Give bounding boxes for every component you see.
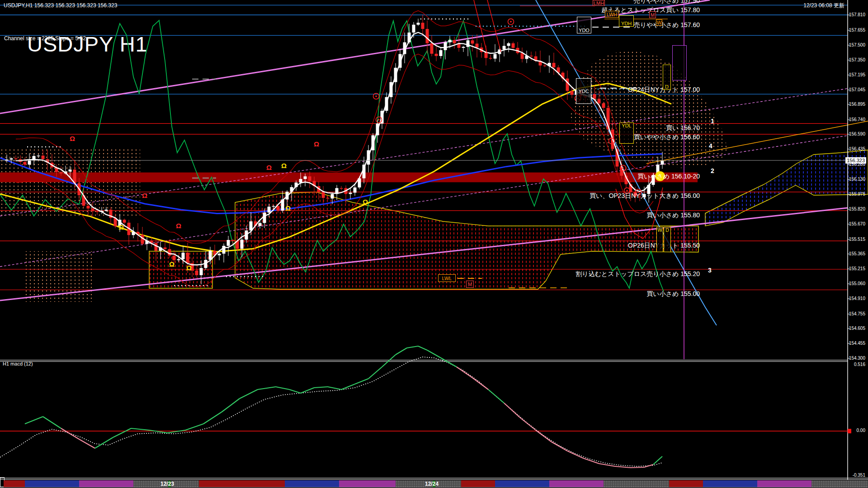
svg-text:Ω: Ω [176,222,181,230]
macd-main-line [504,403,520,418]
macd-max-label: 0.516 [854,362,865,367]
price-axis-tick: 154.755 [849,311,865,316]
level-annotation[interactable]: 買い、OP23日NYカット大きめ 156.00 [590,192,700,200]
price-axis-tick: 155.820 [849,206,865,211]
macd-main-line [167,430,185,433]
macd-main-line [79,439,95,448]
timeline-segment [549,480,604,487]
price-axis-tick: 154.300 [849,356,865,361]
timeline-segment [604,480,669,487]
price-axis-tick: 154.605 [849,326,865,331]
macd-main-line [314,387,328,388]
macd-main-line [488,389,504,403]
period-level-label[interactable]: LMH [593,0,605,6]
macd-main-line [328,387,341,389]
period-level-label[interactable]: YDH [619,15,634,27]
timeline-segment [25,480,79,487]
period-level-label[interactable]: YDC [576,78,591,104]
macd-main-line [185,424,203,430]
macd-main-line [289,389,301,393]
macd-main-line [552,442,567,451]
period-level-label[interactable]: LWH [605,11,619,18]
timeline-date-label: 12/23 [160,481,174,487]
macd-main-line [113,428,131,437]
macd-main-line [441,358,457,367]
svg-text:Ω: Ω [281,162,287,169]
macd-zero-label: 0.00 [857,428,865,433]
period-level-label[interactable]: D [663,65,671,90]
level-annotation[interactable]: 割り込むとストップロス売り小さめ 155.20 [576,270,700,278]
price-axis-tick: 157.500 [849,42,865,47]
wave-count-number[interactable]: 4 [709,142,712,150]
price-axis-tick: 155.670 [849,221,865,226]
level-annotation[interactable]: 買いやや小さめ 156.60 [634,133,700,141]
timeline-segment [285,480,339,487]
macd-main-line [131,428,149,430]
svg-text:Ω: Ω [285,204,291,212]
price-axis-tick: 156.895 [849,102,865,107]
period-level-label[interactable]: YDL [619,122,634,144]
price-axis-tick: 154.455 [849,341,865,346]
period-level-label[interactable]: LWL [438,274,456,282]
timeline-segment [495,480,549,487]
level-annotation[interactable]: 売りやや小さめ 157.90 [634,0,700,5]
wave-count-number[interactable]: 1 [711,117,714,125]
period-level-label[interactable]: M [649,11,656,18]
level-annotation[interactable]: 買い小さめ 155.00 [646,290,700,298]
svg-text:Ω: Ω [314,140,319,148]
macd-main-line [203,412,222,424]
macd-main-line [222,399,240,412]
level-annotation[interactable]: 買い小さめ 155.80 [646,211,700,220]
macd-main-line [457,367,472,378]
macd-main-line [396,348,407,355]
wave-count-number[interactable]: 3 [708,267,712,274]
chart-canvas[interactable]: ΩΩΩΩΩΩΩΩΩΩΩ [0,0,868,488]
macd-main-line [407,346,418,348]
price-axis-tick: 157.810 [849,12,865,17]
macd-main-line [631,467,644,468]
svg-text:Ω: Ω [266,164,272,171]
period-level-label[interactable]: M [466,281,474,288]
macd-main-line [276,387,289,389]
period-level-label[interactable] [672,45,687,80]
level-annotation[interactable]: 売りやや小さめ 157.60 [634,21,700,29]
level-annotation[interactable]: 買い小さめ 156.10-20 [637,173,700,181]
price-axis-tick: 155.515 [849,237,865,242]
level-annotation[interactable]: 買い 156.70 [666,124,700,132]
svg-text:Ω: Ω [363,198,368,206]
macd-main-line [382,355,396,367]
timeline-segment [339,480,396,487]
macd-main-line [240,389,258,399]
period-level-label[interactable]: W [656,19,662,26]
period-level-label[interactable]: W [656,227,663,252]
svg-text:Ω: Ω [169,260,175,268]
macd-min-label: -0.351 [853,473,865,478]
period-level-label[interactable]: D [664,227,671,252]
price-axis-tick: 157.195 [849,72,865,77]
price-axis-tick: 155.215 [849,266,865,271]
wave-count-number[interactable]: 2 [711,167,714,174]
macd-main-line [25,417,43,424]
macd-main-line [418,346,427,350]
price-axis-tick: 155.975 [849,192,865,197]
timeline-date-label: 12/24 [425,481,439,487]
macd-main-line [615,466,631,468]
svg-text:Ω: Ω [142,192,147,199]
timeline-segment [669,480,703,487]
timeline-segment [811,480,868,487]
macd-main-line [427,350,441,358]
price-axis-tick: 156.740 [849,117,865,122]
price-axis-tick: 156.435 [849,146,865,151]
ichimoku-cloud [571,51,728,168]
macd-main-line [536,430,552,442]
price-axis-tick: 156.590 [849,131,865,136]
timeline-segment [79,480,133,487]
macd-main-line [355,379,368,384]
period-level-label[interactable]: YDO [577,17,591,33]
macd-main-line [95,437,113,448]
price-axis-tick: 156.280 [849,162,865,167]
macd-main-line [567,451,583,458]
price-axis-tick: 154.910 [849,296,865,301]
macd-main-line [368,367,382,379]
timeline-segment [757,480,811,487]
